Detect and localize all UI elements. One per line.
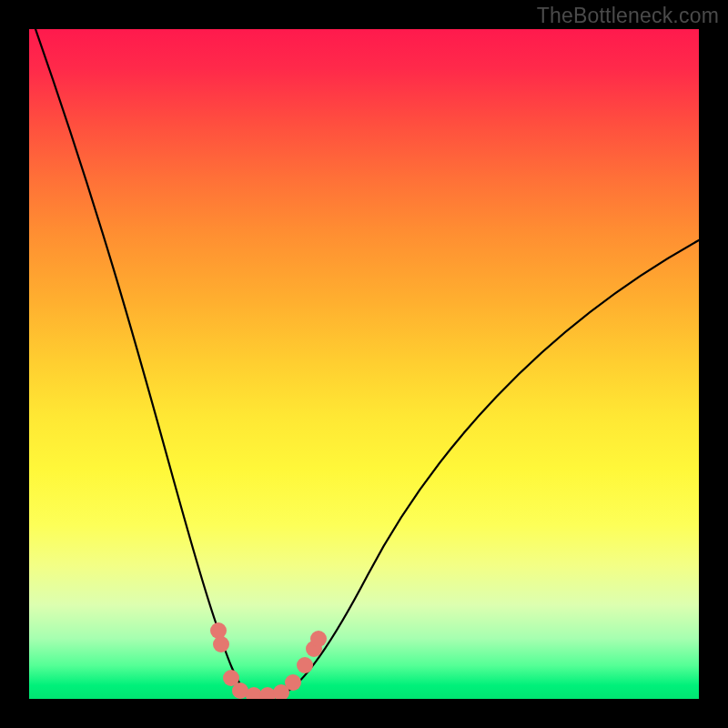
curve-markers — [210, 622, 327, 699]
bottleneck-curve — [29, 29, 699, 697]
curve-marker — [297, 657, 313, 673]
curve-marker — [210, 622, 227, 639]
watermark-label: TheBottleneck.com — [537, 4, 719, 28]
curve-marker — [213, 636, 229, 652]
plot-area — [29, 29, 699, 699]
chart-frame: TheBottleneck.com — [0, 0, 728, 728]
curve-marker — [285, 674, 301, 691]
curve-layer — [29, 29, 699, 699]
curve-marker — [310, 631, 327, 647]
